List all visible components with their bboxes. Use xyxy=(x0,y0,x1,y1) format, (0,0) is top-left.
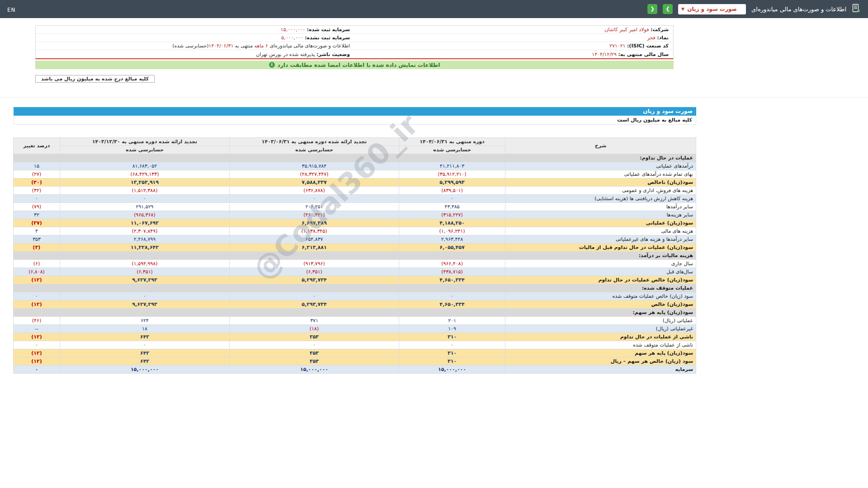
period-value: (۶,۳۵۱) xyxy=(60,268,230,276)
table-row: سود(زیان) پایه هر سهم۳۱۰۳۵۳۶۴۲(۱۲) xyxy=(14,349,696,357)
period-value: ۶۵۴,۸۳۷ xyxy=(230,235,399,244)
language-toggle[interactable]: EN xyxy=(7,7,16,13)
change-value: (۶,۸۰۸) xyxy=(14,268,60,276)
registered-capital-value: ۱۵,۰۰۰,۰۰۰ xyxy=(281,27,305,33)
change-value: (۱۲) xyxy=(14,333,60,341)
row-label: ناشی از عملیات در حال تداوم xyxy=(505,333,696,341)
period-value: ۳۵۳ xyxy=(230,333,399,341)
registered-capital-cell: سرمایه ثبت شده: ۱۵,۰۰۰,۰۰۰ xyxy=(36,26,354,33)
company-name-cell: شرکت: فولاد امیر کبیر کاشان xyxy=(354,26,673,33)
period-value: ۶۴۲ xyxy=(60,357,230,366)
period-value: ۱۵,۰۰۰,۰۰۰ xyxy=(399,366,505,374)
statement-title-bar: صورت سود و زیان xyxy=(14,107,696,116)
change-value: (۲۷) xyxy=(14,170,60,178)
table-row: درآمدهای عملیاتی۴۱,۲۱۱,۸۰۳۳۵,۹۱۵,۷۸۴۸۱,۶… xyxy=(14,162,696,170)
period-value: (۹۶۶,۴۰۸) xyxy=(399,260,505,268)
period-value: (۱,۱۳۸,۳۴۵) xyxy=(230,227,399,235)
table-row: سود(زیان) ناخالص۵,۲۹۹,۵۹۳۷,۵۸۸,۳۳۷۱۳,۲۵۳… xyxy=(14,178,696,187)
column-header-percent-change: درصد تغییر xyxy=(14,138,60,154)
period-value: ۸۱,۶۸۳,۰۵۲ xyxy=(60,162,230,170)
period-value: ۱۳,۲۵۳,۹۱۹ xyxy=(60,178,230,187)
table-header-row-periods: شرح دوره منتهی به ۱۴۰۴/۰۶/۳۱ تجدید ارائه… xyxy=(14,138,696,146)
change-value: (۱۲) xyxy=(14,349,60,357)
column-header-period-current: دوره منتهی به ۱۴۰۴/۰۶/۳۱ xyxy=(399,138,505,146)
unregistered-capital-value: ۵,۰۰۰,۰۰۰ xyxy=(281,35,303,41)
section-label: عملیات در حال تداوم: xyxy=(14,154,696,162)
section-label: عملیات متوقف شده: xyxy=(14,284,696,292)
period-value: ۰ xyxy=(230,195,399,203)
column-header-period-annual: تجدید ارائه شده دوره منتهی به ۱۴۰۳/۱۲/۳۰ xyxy=(60,138,230,146)
row-label: سایر هزینه‌ها xyxy=(505,211,696,219)
report-type-selected-value: صورت سود و زیان xyxy=(687,6,737,12)
table-row: سود(زیان) عملیاتی۴,۱۸۸,۲۵۰۶,۶۹۷,۳۸۹۱۱,۰۶… xyxy=(14,219,696,227)
period-value: (۶۳۶,۸۷۸) xyxy=(230,187,399,195)
issuer-status-value: پذیرفته شده در بورس تهران xyxy=(256,52,315,57)
period-value: (۹۶۵,۳۶۸) xyxy=(60,211,230,219)
unregistered-capital-cell: سرمایه ثبت نشده: ۵,۰۰۰,۰۰۰ xyxy=(36,34,354,41)
table-row: سال جاری(۹۶۶,۴۰۸)(۹۱۳,۷۹۶)(۱,۵۹۴,۹۹۸)(۶) xyxy=(14,260,696,268)
row-label: بهای تمام شده درآمدهای عملیاتی xyxy=(505,170,696,178)
table-row: عملیاتی (ریال)۲۰۱۳۷۱۶۲۴(۴۶) xyxy=(14,317,696,325)
change-value: ۳۲ xyxy=(14,211,60,219)
period-value: ۲۰۶,۲۵۱ xyxy=(230,203,399,211)
change-value: (۳۷) xyxy=(14,219,60,227)
period-value: ۵,۲۹۳,۷۳۴ xyxy=(230,276,399,284)
period-value: ۲,۴۶۸,۷۹۹ xyxy=(60,235,230,244)
row-label: سود (زیان) خالص هر سهم – ریال xyxy=(505,357,696,366)
row-label: سایر درآمدها و هزینه های غیرعملیاتی xyxy=(505,235,696,244)
period-value: ۳۱۰ xyxy=(399,357,505,366)
income-table-body: عملیات در حال تداوم:درآمدهای عملیاتی۴۱,۲… xyxy=(14,154,696,374)
issuer-status-label: وضعیت ناشر: xyxy=(316,52,350,57)
table-row: بهای تمام شده درآمدهای عملیاتی(۳۵,۹۱۲,۲۱… xyxy=(14,170,696,178)
period-end-date: ۱۴۰۴/۰۶/۳۱ xyxy=(209,43,234,49)
change-value: (۷۹) xyxy=(14,203,60,211)
period-text-part1: اطلاعات و صورت‌های مالی میاندوره‌ای xyxy=(268,43,350,49)
period-value: (۲۸,۳۲۷,۴۴۷) xyxy=(230,170,399,178)
unit-note-box: کلیه مبالغ درج شده به میلیون ریال می باش… xyxy=(35,75,155,83)
period-value: ۵,۲۹۳,۷۳۴ xyxy=(230,300,399,309)
period-value: ۵,۲۹۹,۵۹۳ xyxy=(399,178,505,187)
change-value: (۶) xyxy=(14,260,60,268)
period-value: ۷,۵۸۸,۳۳۷ xyxy=(230,178,399,187)
period-value: (۱,۵۱۲,۳۸۸) xyxy=(60,187,230,195)
symbol-value: فجر xyxy=(647,35,655,41)
report-type-dropdown[interactable]: صورت سود و زیان ▼ xyxy=(678,4,746,14)
income-statement-table-wrap: شرح دوره منتهی به ۱۴۰۴/۰۶/۳۱ تجدید ارائه… xyxy=(14,137,696,374)
prev-report-button[interactable]: ❮ xyxy=(647,4,657,14)
isic-label: کد صنعت (ISIC): xyxy=(627,43,669,49)
period-value: ۱۱,۰۶۷,۶۹۲ xyxy=(60,219,230,227)
row-label: سایر درآمدها xyxy=(505,203,696,211)
change-value: (۱۲) xyxy=(14,357,60,366)
row-label: سود (زیان) خالص عملیات متوقف شده xyxy=(505,292,696,300)
period-value: ۳۱۰ xyxy=(399,349,505,357)
period-value: ۶,۲۱۳,۸۸۱ xyxy=(230,244,399,252)
report-period-cell: اطلاعات و صورت‌های مالی میاندوره‌ای ۶ ما… xyxy=(36,42,354,49)
period-value: ۰ xyxy=(60,195,230,203)
change-value: (۳۰) xyxy=(14,178,60,187)
period-value: (۶,۳۵۱) xyxy=(230,268,399,276)
row-label: سود(زیان) خالص عملیات در حال تداوم xyxy=(505,276,696,284)
isic-value: ۲۷۱۰۲۱ xyxy=(609,43,625,49)
period-value: ۰ xyxy=(60,292,230,300)
report-document-icon xyxy=(852,4,861,14)
registered-capital-label: سرمایه ثبت شده: xyxy=(307,27,350,33)
table-row: سایر درآمدها و هزینه های غیرعملیاتی۲,۹۶۳… xyxy=(14,235,696,244)
period-value: ۶,۰۵۵,۴۵۷ xyxy=(399,244,505,252)
table-row: سرمایه۱۵,۰۰۰,۰۰۰۱۵,۰۰۰,۰۰۰۱۵,۰۰۰,۰۰۰۰ xyxy=(14,366,696,374)
row-label: سود(زیان) خالص xyxy=(505,300,696,309)
table-row: سایر درآمدها۴۳,۳۸۵۲۰۶,۲۵۱۲۹۱,۵۲۹(۷۹) xyxy=(14,203,696,211)
statement-title: صورت سود و زیان xyxy=(643,108,693,114)
period-value: (۳۱۵,۲۲۷) xyxy=(399,211,505,219)
next-report-button[interactable]: ❯ xyxy=(663,4,673,14)
row-label: سود(زیان) عملیاتی xyxy=(505,219,696,227)
row-label: غیرعملیاتی (ریال) xyxy=(505,325,696,333)
period-value: ۶۴۲ xyxy=(60,333,230,341)
audit-status-current: حسابرسی شده xyxy=(399,146,505,154)
section-row: عملیات در حال تداوم: xyxy=(14,154,696,162)
period-value: ۰ xyxy=(399,195,505,203)
period-value: ۳۵,۹۱۵,۷۸۴ xyxy=(230,162,399,170)
period-value: ۰ xyxy=(399,341,505,349)
period-value: ۶۲۴ xyxy=(60,317,230,325)
table-row: سال‌های قبل(۴۳۸,۷۱۵)(۶,۳۵۱)(۶,۳۵۱)(۶,۸۰۸… xyxy=(14,268,696,276)
period-value: (۴۶۰,۳۲۱) xyxy=(230,211,399,219)
